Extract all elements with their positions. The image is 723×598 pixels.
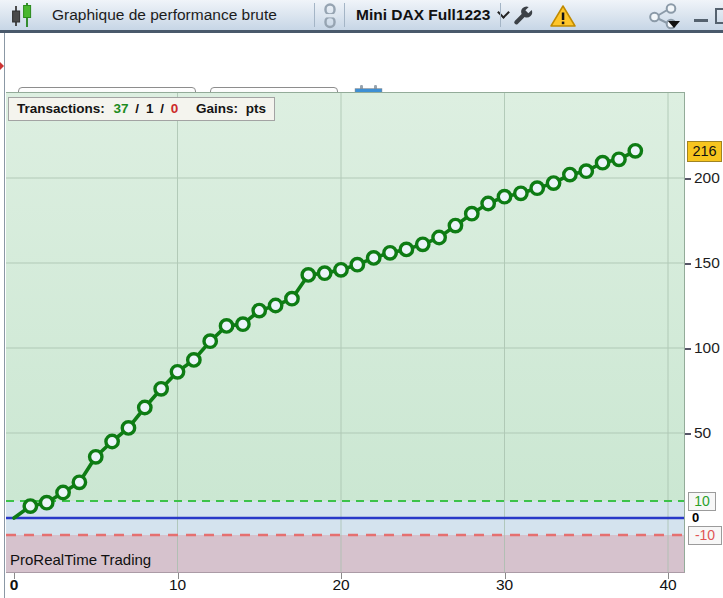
instrument-name: Mini DAX Full1223 <box>356 6 490 23</box>
x-tick-label: 40 <box>653 576 683 594</box>
upper-band-label: 10 <box>688 492 716 511</box>
y-tick-mark <box>685 263 691 265</box>
breakeven-count: 1 <box>146 101 154 116</box>
y-tick-label: 150 <box>694 254 723 272</box>
settings-wrench-button[interactable] <box>511 4 534 30</box>
wrench-icon <box>511 4 534 27</box>
titlebar-separator <box>500 3 501 27</box>
zero-label: 0 <box>692 510 699 525</box>
y-tick-mark <box>685 348 691 350</box>
y-tick-mark <box>685 178 691 180</box>
transactions-label: Transactions: <box>17 101 105 116</box>
y-tick-label: 100 <box>694 339 723 357</box>
x-tick-label: 20 <box>326 576 356 594</box>
candlestick-icon <box>10 3 36 27</box>
losses-count: 0 <box>171 101 179 116</box>
link-panels-button[interactable] <box>318 1 341 29</box>
separator: / <box>135 101 139 116</box>
panel-edge-border <box>4 33 5 598</box>
stats-box: Transactions: 37 / 1 / 0 Gains: pts <box>8 97 275 121</box>
last-value-badge: 216 <box>687 141 722 162</box>
warning-icon <box>550 5 576 27</box>
link-panels-icon <box>321 3 339 29</box>
share-button[interactable] <box>648 3 682 33</box>
platform-watermark: ProRealTime Trading <box>10 551 151 568</box>
panel-edge-mark <box>0 62 4 70</box>
x-tick-label: 10 <box>163 576 193 594</box>
trading-performance-window: Graphique de performance brute Mini DAX … <box>0 0 723 598</box>
titlebar: Graphique de performance brute Mini DAX … <box>0 0 723 33</box>
lower-band-label: -10 <box>688 526 722 545</box>
titlebar-separator <box>344 3 345 27</box>
instrument-selector[interactable]: Mini DAX Full1223 <box>356 0 508 30</box>
minimize-icon <box>694 19 708 22</box>
x-tick-label: 30 <box>490 576 520 594</box>
gains-label: Gains: <box>196 101 238 116</box>
y-tick-mark <box>685 433 691 435</box>
chevron-down-icon <box>668 21 680 28</box>
maximize-icon <box>715 8 723 24</box>
y-tick-label: 50 <box>694 424 723 442</box>
titlebar-separator <box>314 3 315 27</box>
filters-toolbar: Tout le trading Tous les trades Au <box>0 33 723 90</box>
warning-button[interactable] <box>550 5 576 30</box>
performance-plot[interactable] <box>6 92 685 573</box>
gains-value: pts <box>246 101 266 116</box>
window-title: Graphique de performance brute <box>52 0 277 30</box>
y-tick-label: 200 <box>694 169 723 187</box>
separator: / <box>160 101 164 116</box>
wins-count: 37 <box>114 101 129 116</box>
